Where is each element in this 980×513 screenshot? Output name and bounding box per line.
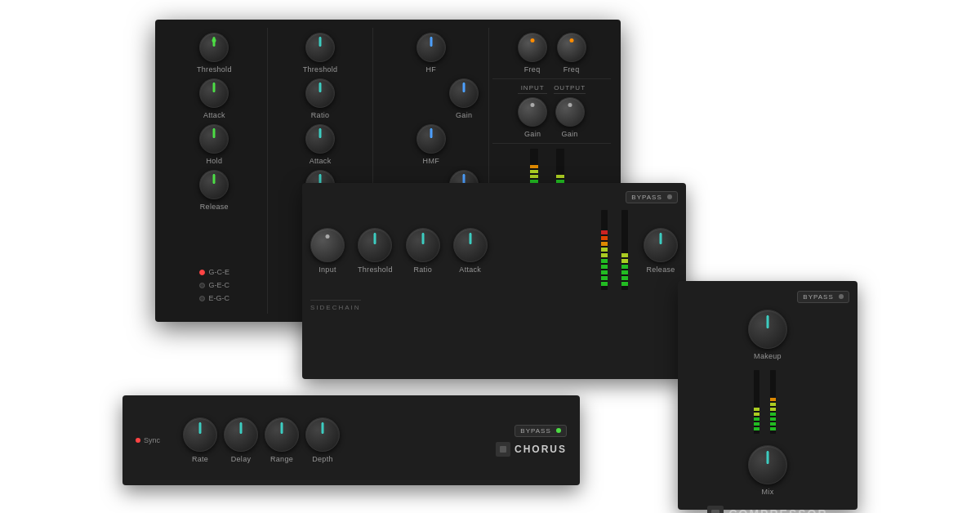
input-gain-label: Gain [524, 130, 541, 138]
bypass-indicator [667, 194, 672, 199]
comp-ratio-label2: Ratio [413, 265, 432, 274]
comp-small-meters [752, 370, 783, 435]
range-label: Range [270, 455, 293, 463]
gate-hold-label: Hold [206, 157, 222, 165]
chorus-bypass-indicator [556, 428, 561, 433]
svg-rect-17 [601, 259, 608, 263]
gate-hold-knob[interactable] [199, 124, 229, 154]
comp-ratio-knob-container2: Ratio [406, 228, 440, 274]
comp-release-label2: Release [646, 265, 675, 274]
radio-gce-label: G-C-E [209, 268, 230, 276]
rate-label: Rate [192, 455, 208, 463]
gate-attack-label: Attack [203, 111, 225, 119]
svg-rect-32 [754, 422, 760, 426]
radio-gce[interactable]: G-C-E [199, 268, 230, 276]
gate-threshold-knob[interactable] [199, 33, 229, 62]
compressor-plugin-name: COMPRESSOR [728, 507, 827, 513]
input-label: INPUT [518, 84, 547, 94]
hmf-knob[interactable] [416, 124, 446, 154]
delay-knob-container: Delay [224, 417, 258, 463]
comp-ratio-knob2[interactable] [406, 228, 440, 262]
svg-rect-29 [621, 253, 628, 257]
svg-rect-41 [770, 408, 776, 411]
gate-hold-knob-container: Hold [199, 124, 229, 165]
output-gain-label: Gain [561, 130, 577, 138]
makeup-label: Makeup [754, 352, 782, 360]
svg-rect-43 [770, 398, 776, 401]
freq1-knob[interactable] [518, 33, 547, 62]
svg-rect-20 [601, 242, 608, 246]
mix-knob-container: Mix [748, 445, 787, 496]
comp-knobs-group: Input Threshold Ratio Attack [310, 228, 592, 274]
mix-knob[interactable] [748, 445, 787, 484]
range-knob-container: Range [265, 417, 299, 463]
hf-gain-knob-container: Gain [449, 78, 479, 119]
svg-rect-34 [754, 413, 760, 416]
radio-gec-label: G-E-C [209, 281, 230, 289]
comp-attack-knob[interactable] [305, 124, 335, 154]
makeup-knob[interactable] [748, 310, 787, 349]
svg-rect-38 [770, 422, 776, 426]
comp-threshold-knob[interactable] [305, 33, 335, 62]
output-label: OUTPUT [554, 84, 586, 94]
sync-container: Sync [136, 436, 176, 444]
delay-label: Delay [231, 455, 252, 463]
comp-attack-knob2[interactable] [453, 228, 488, 262]
gate-threshold-label: Threshold [197, 65, 232, 74]
comp-large-bypass-button[interactable]: BYPASS [626, 191, 678, 203]
radio-gec[interactable]: G-E-C [199, 281, 230, 289]
delay-knob[interactable] [224, 417, 258, 452]
comp-meter-left [599, 210, 617, 292]
comp-large-bypass-label: BYPASS [631, 194, 662, 201]
comp-small-meter-1 [752, 370, 767, 435]
depth-knob[interactable] [305, 417, 340, 452]
comp-thr-knob-container: Threshold [358, 228, 393, 274]
svg-rect-16 [601, 265, 608, 269]
svg-rect-21 [601, 236, 608, 240]
comp-ratio-knob-container: Ratio [305, 78, 335, 119]
rate-knob[interactable] [183, 417, 217, 452]
hmf-label: HMF [423, 157, 439, 165]
input-gain-knob[interactable] [518, 97, 547, 127]
chorus-bypass-button[interactable]: BYPASS [514, 425, 567, 437]
compressor-bypass-button[interactable]: BYPASS [797, 291, 849, 303]
hf-gain-knob[interactable] [449, 78, 479, 108]
svg-rect-39 [770, 417, 776, 421]
output-gain-knob[interactable] [555, 97, 585, 127]
hf-gain-label: Gain [456, 111, 472, 119]
svg-rect-40 [770, 413, 776, 416]
sync-label: Sync [144, 436, 160, 444]
comp-meter-right [619, 210, 637, 292]
svg-rect-37 [770, 427, 776, 430]
svg-rect-26 [621, 270, 628, 274]
comp-thr-knob[interactable] [358, 228, 392, 262]
comp-threshold-label: Threshold [303, 65, 338, 74]
comp-attack-label: Attack [310, 157, 332, 165]
freq2-knob[interactable] [557, 33, 586, 62]
output-gain-knob-container: Gain [555, 97, 585, 138]
comp-ratio-label: Ratio [311, 111, 330, 119]
svg-rect-19 [601, 248, 608, 252]
radio-egc[interactable]: E-G-C [199, 294, 230, 302]
comp-release-knob2[interactable] [644, 228, 678, 262]
gate-attack-knob[interactable] [199, 78, 229, 108]
svg-rect-6 [530, 165, 538, 168]
routing-radio-group: G-C-E G-E-C E-G-C [196, 261, 234, 309]
svg-rect-14 [601, 276, 608, 280]
comp-large-panel: BYPASS Input Threshold Ratio [302, 183, 686, 379]
gate-column: Threshold Attack Hold Release G-C-E [162, 28, 268, 314]
hf-knob-container: HF [416, 33, 446, 74]
svg-rect-5 [530, 170, 538, 173]
comp-thr-label: Threshold [358, 265, 393, 274]
hf-knob[interactable] [416, 33, 446, 62]
output-section: OUTPUT Gain [554, 84, 586, 138]
input-gain-knob-container: Gain [518, 97, 547, 138]
comp-ratio-knob[interactable] [305, 78, 335, 108]
makeup-knob-container: Makeup [748, 310, 787, 360]
gate-release-knob[interactable] [199, 170, 229, 199]
comp-input-knob[interactable] [310, 228, 345, 262]
svg-rect-4 [530, 175, 538, 178]
svg-rect-33 [754, 417, 760, 421]
range-knob[interactable] [265, 417, 299, 452]
freq1-label: Freq [524, 65, 541, 74]
